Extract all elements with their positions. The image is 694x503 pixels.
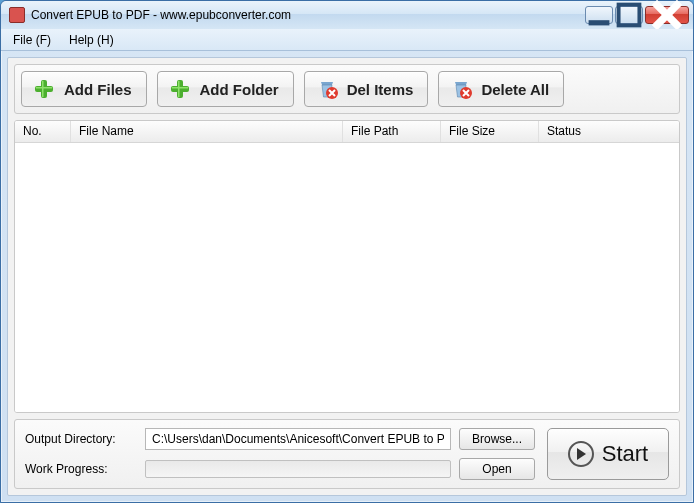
start-button[interactable]: Start xyxy=(547,428,669,480)
bottom-left: Output Directory: Browse... Work Progres… xyxy=(25,428,535,480)
bottom-panel: Output Directory: Browse... Work Progres… xyxy=(14,419,680,489)
trash-delete-icon xyxy=(315,77,339,101)
minimize-icon xyxy=(586,2,612,28)
open-button[interactable]: Open xyxy=(459,458,535,480)
delete-all-button[interactable]: Delete All xyxy=(438,71,564,107)
col-status[interactable]: Status xyxy=(539,121,679,142)
progress-row: Work Progress: Open xyxy=(25,458,535,480)
file-list: No. File Name File Path File Size Status xyxy=(14,120,680,413)
col-file-size[interactable]: File Size xyxy=(441,121,539,142)
svg-rect-0 xyxy=(589,20,610,25)
output-row: Output Directory: Browse... xyxy=(25,428,535,450)
svg-rect-3 xyxy=(35,86,53,92)
del-items-button[interactable]: Del Items xyxy=(304,71,429,107)
progress-label: Work Progress: xyxy=(25,462,137,476)
app-icon xyxy=(9,7,25,23)
list-header: No. File Name File Path File Size Status xyxy=(15,121,679,143)
trash-delete-icon xyxy=(449,77,473,101)
app-window: Convert EPUB to PDF - www.epubconverter.… xyxy=(0,0,694,503)
start-label: Start xyxy=(602,441,648,467)
add-folder-label: Add Folder xyxy=(200,81,279,98)
col-file-name[interactable]: File Name xyxy=(71,121,343,142)
plus-icon xyxy=(168,77,192,101)
toolbar: Add Files Add Folder Del Items Delete Al… xyxy=(14,64,680,114)
del-items-label: Del Items xyxy=(347,81,414,98)
add-files-label: Add Files xyxy=(64,81,132,98)
svg-rect-4 xyxy=(42,81,44,97)
delete-all-label: Delete All xyxy=(481,81,549,98)
maximize-button[interactable] xyxy=(615,6,643,24)
svg-rect-5 xyxy=(36,87,52,89)
close-button[interactable] xyxy=(645,6,689,24)
output-path-input[interactable] xyxy=(145,428,451,450)
menu-file[interactable]: File (F) xyxy=(5,31,59,49)
svg-rect-8 xyxy=(178,81,180,97)
browse-button[interactable]: Browse... xyxy=(459,428,535,450)
list-body[interactable] xyxy=(15,143,679,412)
menu-help[interactable]: Help (H) xyxy=(61,31,122,49)
plus-icon xyxy=(32,77,56,101)
add-files-button[interactable]: Add Files xyxy=(21,71,147,107)
col-no[interactable]: No. xyxy=(15,121,71,142)
titlebar[interactable]: Convert EPUB to PDF - www.epubconverter.… xyxy=(1,1,693,29)
svg-rect-7 xyxy=(171,86,189,92)
play-icon xyxy=(568,441,594,467)
progress-bar xyxy=(145,460,451,478)
add-folder-button[interactable]: Add Folder xyxy=(157,71,294,107)
window-controls xyxy=(585,6,689,24)
window-title: Convert EPUB to PDF - www.epubconverter.… xyxy=(31,8,585,22)
menubar: File (F) Help (H) xyxy=(1,29,693,51)
col-file-path[interactable]: File Path xyxy=(343,121,441,142)
svg-rect-9 xyxy=(172,87,188,89)
output-label: Output Directory: xyxy=(25,432,137,446)
minimize-button[interactable] xyxy=(585,6,613,24)
client-area: Add Files Add Folder Del Items Delete Al… xyxy=(7,57,687,496)
svg-rect-1 xyxy=(619,5,640,26)
maximize-icon xyxy=(616,2,642,28)
